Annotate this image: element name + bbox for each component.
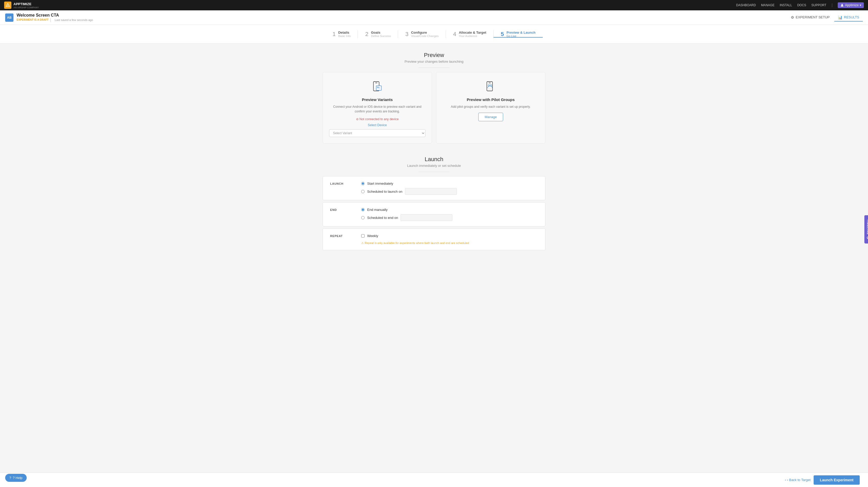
launch-controls: Start immediately Scheduled to launch on — [361, 182, 538, 195]
footer-bar: ‹ ‹ Back to Target Launch Experiment — [0, 473, 868, 487]
step-1-num: 1 — [333, 31, 336, 37]
svg-rect-7 — [377, 87, 379, 87]
user-menu-label: Apptimize — [845, 3, 859, 7]
start-immediately-label[interactable]: Start immediately — [367, 182, 393, 185]
step-3-num: 3 — [405, 31, 408, 37]
repeat-note: ⚠ Repeat is only available for experimen… — [361, 241, 538, 245]
step-4-num: 4 — [453, 31, 456, 37]
launch-subtitle: Launch immediately or set schedule — [323, 164, 545, 168]
step-4-sub: Your Audience — [459, 34, 486, 37]
nav-install[interactable]: INSTALL — [780, 3, 792, 7]
svg-rect-4 — [375, 83, 377, 83]
scheduled-end-date-input[interactable] — [401, 214, 453, 221]
user-menu-button[interactable]: Apptimize ▾ — [838, 2, 864, 8]
step-5[interactable]: 5 Preview & Launch Go Live — [494, 31, 543, 37]
scheduled-end-radio[interactable] — [361, 216, 365, 219]
pilot-card-title: Preview with Pilot Groups — [442, 97, 539, 102]
step-2[interactable]: 2 Goals Define Success — [358, 31, 398, 37]
top-nav-links: DASHBOARD MANAGE INSTALL DOCS SUPPORT | … — [736, 2, 864, 8]
select-device-link[interactable]: Select Device — [368, 123, 386, 127]
preview-heading: Preview Preview your changes before laun… — [323, 52, 545, 63]
step-3[interactable]: 3 Configure Visual/Code Changes — [398, 31, 446, 37]
repeat-row: REPEAT Weekly ⚠ Repeat is only available… — [323, 229, 545, 250]
svg-point-13 — [490, 85, 492, 86]
launch-row: LAUNCH Start immediately Scheduled to la… — [323, 176, 545, 200]
help-icon: ? — [9, 476, 11, 480]
experiment-meta: EXPERIMENT IS A DRAFT | Last saved a few… — [17, 18, 93, 22]
back-button[interactable]: ‹ ‹ Back to Target — [785, 478, 810, 482]
results-icon: 📊 — [838, 15, 842, 20]
weekly-checkbox[interactable] — [361, 234, 365, 238]
svg-rect-6 — [376, 86, 381, 90]
scheduled-launch-radio[interactable] — [361, 190, 365, 193]
step-2-num: 2 — [365, 31, 368, 37]
tab-results-label: RESULTS — [844, 15, 859, 19]
help-button[interactable]: ? ? Help — [5, 474, 27, 482]
timeline-tab[interactable]: TIMELINE — [864, 215, 868, 243]
end-controls: End manually Scheduled to end on — [361, 208, 538, 221]
avatar: AB — [5, 13, 13, 22]
weekly-label[interactable]: Weekly — [367, 234, 378, 238]
main-content: Preview Preview your changes before laun… — [317, 43, 551, 279]
nav-support[interactable]: SUPPORT — [811, 3, 826, 7]
launch-title: Launch — [323, 156, 545, 163]
preview-pilot-card: Preview with Pilot Groups Add pilot grou… — [436, 72, 545, 144]
user-menu-chevron: ▾ — [860, 3, 861, 7]
preview-cards: Preview Variants Connect your Android or… — [323, 72, 545, 144]
preview-title: Preview — [323, 52, 545, 59]
step-2-label: Goals — [371, 31, 391, 34]
logo-sub: AN AIRSHIP COMPANY — [13, 6, 39, 9]
logo-name: APPTIMIZE — [13, 2, 31, 6]
weekly-row: Weekly — [361, 234, 538, 238]
scheduled-launch-date-input[interactable] — [405, 188, 457, 195]
end-manually-label[interactable]: End manually — [367, 208, 388, 212]
app-logo-icon — [4, 2, 11, 9]
scheduled-launch-label[interactable]: Scheduled to launch on — [367, 190, 402, 193]
svg-rect-8 — [377, 88, 380, 88]
svg-point-12 — [488, 85, 490, 86]
step-1-label: Details — [338, 31, 351, 34]
header-tabs: ⚙ EXPERIMENT SETUP 📊 RESULTS — [787, 14, 863, 22]
step-3-label: Configure — [411, 31, 438, 34]
tab-results[interactable]: 📊 RESULTS — [834, 14, 863, 22]
help-label: ? Help — [13, 476, 23, 480]
launch-experiment-button[interactable]: Launch Experiment — [814, 475, 860, 485]
step-5-num: 5 — [501, 31, 504, 37]
nav-docs[interactable]: DOCS — [797, 3, 806, 7]
scheduled-end-row: Scheduled to end on — [361, 214, 538, 221]
step-5-label: Preview & Launch — [506, 31, 535, 34]
manage-button[interactable]: Manage — [478, 113, 503, 121]
variants-card-error: ⊘ Not connected to any device — [329, 117, 426, 121]
step-1[interactable]: 1 Details Basic Info — [325, 31, 358, 37]
end-row-label: END — [330, 208, 361, 211]
end-manually-radio[interactable] — [361, 208, 365, 211]
nav-dashboard[interactable]: DASHBOARD — [736, 3, 756, 7]
experiment-details: Welcome Screen CTA EXPERIMENT IS A DRAFT… — [17, 13, 93, 22]
experiment-status: EXPERIMENT IS A DRAFT — [17, 19, 49, 21]
scheduled-end-label[interactable]: Scheduled to end on — [367, 216, 398, 220]
svg-point-1 — [7, 5, 8, 6]
back-label: ‹ Back to Target — [787, 478, 810, 482]
step-4-label: Allocate & Target — [459, 31, 486, 34]
step-3-text: Configure Visual/Code Changes — [411, 31, 438, 37]
repeat-row-label: REPEAT — [330, 234, 361, 238]
step-2-sub: Define Success — [371, 34, 391, 37]
step-1-sub: Basic Info — [338, 34, 351, 37]
launch-row-label: LAUNCH — [330, 182, 361, 185]
svg-marker-0 — [6, 3, 9, 6]
repeat-controls: Weekly ⚠ Repeat is only available for ex… — [361, 234, 538, 245]
scheduled-launch-row: Scheduled to launch on — [361, 188, 538, 195]
step-4[interactable]: 4 Allocate & Target Your Audience — [446, 31, 494, 37]
logo-area: APPTIMIZE AN AIRSHIP COMPANY — [4, 2, 39, 9]
variants-card-desc: Connect your Android or iOS device to pr… — [329, 104, 426, 114]
svg-rect-10 — [489, 83, 491, 83]
nav-manage[interactable]: MANAGE — [761, 3, 775, 7]
start-immediately-radio[interactable] — [361, 182, 365, 185]
top-nav: APPTIMIZE AN AIRSHIP COMPANY DASHBOARD M… — [0, 0, 868, 10]
stepper: 1 Details Basic Info 2 Goals Define Succ… — [325, 31, 543, 37]
step-2-text: Goals Define Success — [371, 31, 391, 37]
select-variant-dropdown[interactable]: Select Variant — [329, 129, 426, 137]
variants-icon — [329, 81, 426, 94]
logo-text-block: APPTIMIZE AN AIRSHIP COMPANY — [13, 2, 39, 9]
tab-experiment-setup[interactable]: ⚙ EXPERIMENT SETUP — [787, 14, 833, 22]
